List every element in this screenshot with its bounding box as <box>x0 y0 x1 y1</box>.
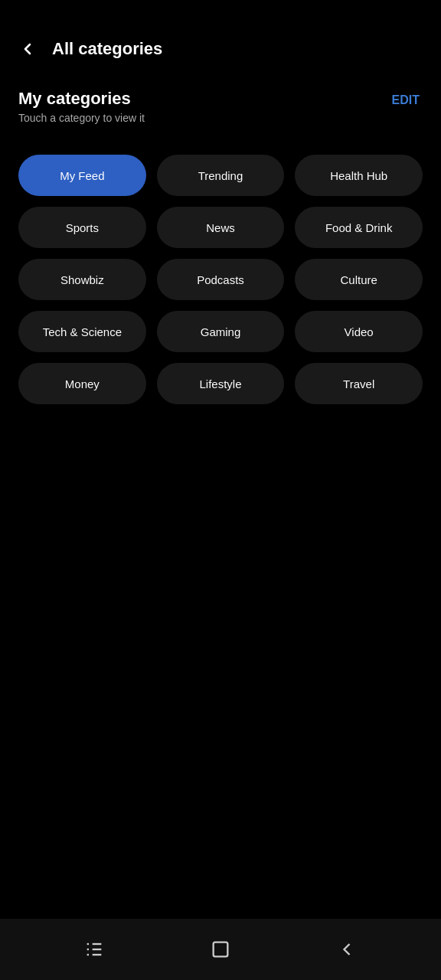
back-button[interactable] <box>15 37 40 61</box>
section-subtitle: Touch a category to view it <box>18 112 145 124</box>
header: All categories <box>0 0 441 77</box>
category-chip-video[interactable]: Video <box>295 311 423 352</box>
content-area: My categories Touch a category to view i… <box>0 77 441 416</box>
section-title: My categories <box>18 89 145 109</box>
category-chip-culture[interactable]: Culture <box>295 259 423 300</box>
categories-grid: My FeedTrendingHealth HubSportsNewsFood … <box>18 155 423 404</box>
category-chip-gaming[interactable]: Gaming <box>157 311 285 352</box>
svg-rect-6 <box>214 942 228 957</box>
edit-button[interactable]: EDIT <box>389 90 423 110</box>
category-chip-lifestyle[interactable]: Lifestyle <box>157 363 285 404</box>
category-chip-tech-science[interactable]: Tech & Science <box>18 311 146 352</box>
page-title: All categories <box>52 39 162 59</box>
nav-bar <box>0 919 441 980</box>
category-chip-sports[interactable]: Sports <box>18 207 146 248</box>
recents-nav-button[interactable] <box>76 931 113 968</box>
section-title-group: My categories Touch a category to view i… <box>18 89 145 136</box>
category-chip-podcasts[interactable]: Podcasts <box>157 259 285 300</box>
category-chip-showbiz[interactable]: Showbiz <box>18 259 146 300</box>
category-chip-trending[interactable]: Trending <box>157 155 285 196</box>
category-chip-health-hub[interactable]: Health Hub <box>295 155 423 196</box>
category-chip-food-drink[interactable]: Food & Drink <box>295 207 423 248</box>
home-nav-button[interactable] <box>202 931 239 968</box>
category-chip-news[interactable]: News <box>157 207 285 248</box>
back-nav-button[interactable] <box>328 931 365 968</box>
category-chip-travel[interactable]: Travel <box>295 363 423 404</box>
section-header: My categories Touch a category to view i… <box>18 89 423 136</box>
category-chip-money[interactable]: Money <box>18 363 146 404</box>
category-chip-my-feed[interactable]: My Feed <box>18 155 146 196</box>
